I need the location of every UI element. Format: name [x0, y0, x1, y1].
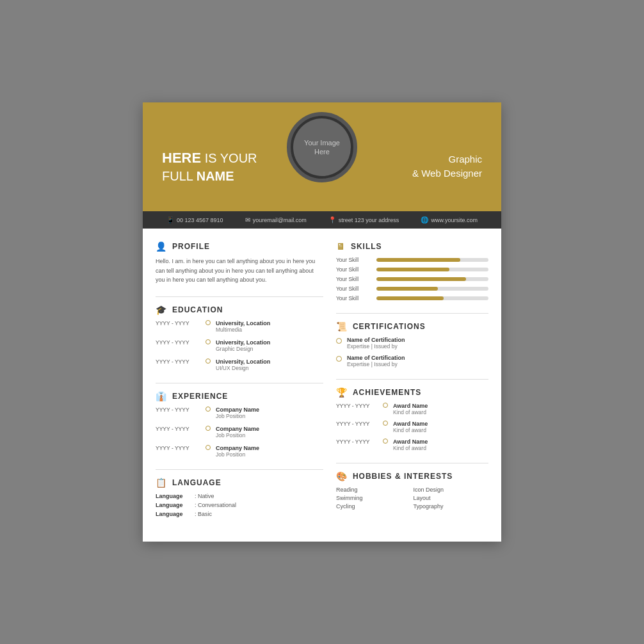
profile-section: 👤 PROFILE Hello. I am. in here you can t… — [156, 241, 323, 284]
address-text: street 123 your address — [339, 217, 399, 223]
divider — [156, 296, 323, 297]
lang-level: : Basic — [195, 511, 212, 517]
skill-bar-fill — [376, 296, 444, 300]
ach-dot — [383, 403, 388, 408]
achievement-item: YYYY - YYYY Award Name Kind of award — [336, 403, 488, 415]
hobby-item: Reading — [336, 487, 412, 493]
divider — [156, 469, 323, 470]
education-list: YYYY - YYYY University, Location Multime… — [156, 320, 323, 371]
achievements-section: 🏆 ACHIEVEMENTS YYYY - YYYY Award Name Ki… — [336, 387, 488, 451]
photo-outer-ring: Your Image Here — [287, 112, 357, 182]
skill-bar-bg — [376, 277, 488, 281]
photo-inner: Your Image Here — [293, 118, 351, 176]
skills-section: 🖥 SKILLS Your Skill Your Skill Your Skil… — [336, 241, 488, 302]
skill-bar-fill — [376, 268, 449, 271]
certifications-section: 📜 CERTIFICATIONS Name of Certification E… — [336, 321, 488, 367]
exp-content: Company Name Job Position — [216, 407, 259, 419]
language-list: Language : Native Language : Conversatio… — [156, 493, 323, 517]
ach-date: YYYY - YYYY — [336, 439, 378, 445]
profile-icon: 👤 — [156, 241, 167, 252]
name-full: FULL — [162, 169, 197, 183]
language-section: 📋 LANGUAGE Language : Native Language : … — [156, 478, 323, 517]
skills-section-title: 🖥 SKILLS — [336, 241, 488, 252]
experience-item: YYYY - YYYY Company Name Job Position — [156, 426, 323, 439]
language-section-title: 📋 LANGUAGE — [156, 478, 323, 488]
edu-dot — [205, 358, 211, 364]
exp-content: Company Name Job Position — [216, 445, 259, 458]
lang-name: Language — [156, 502, 191, 508]
experience-section-title: 👔 EXPERIENCE — [156, 391, 323, 401]
achievement-item: YYYY - YYYY Award Name Kind of award — [336, 421, 488, 433]
left-column: 👤 PROFILE Hello. I am. in here you can t… — [156, 241, 323, 528]
achievement-item: YYYY - YYYY Award Name Kind of award — [336, 439, 488, 451]
ach-content: Award Name Kind of award — [393, 439, 428, 451]
skill-bar-bg — [376, 296, 488, 300]
contact-phone: 📱 00 123 4567 8910 — [166, 216, 223, 223]
contact-website: 🌐 www.yoursite.com — [421, 216, 478, 223]
education-section-title: 🎓 EDUCATION — [156, 305, 323, 315]
education-item: YYYY - YYYY University, Location UI/UX D… — [156, 358, 323, 371]
skill-label: Your Skill — [336, 257, 371, 263]
cert-item: Name of Certification Expertise | Issued… — [336, 355, 488, 367]
hobbies-icon: 🎨 — [336, 471, 348, 481]
hobby-item: Cycling — [336, 503, 412, 510]
education-item: YYYY - YYYY University, Location Graphic… — [156, 339, 323, 352]
exp-date: YYYY - YYYY — [156, 426, 200, 432]
ach-dot — [383, 421, 388, 426]
experience-item: YYYY - YYYY Company Name Job Position — [156, 407, 323, 419]
skill-item: Your Skill — [336, 257, 488, 263]
skill-item: Your Skill — [336, 266, 488, 273]
education-section: 🎓 EDUCATION YYYY - YYYY University, Loca… — [156, 305, 323, 371]
skill-item: Your Skill — [336, 276, 488, 282]
skill-bar-bg — [376, 287, 488, 291]
education-item: YYYY - YYYY University, Location Multime… — [156, 320, 323, 333]
lang-level: : Native — [195, 493, 214, 499]
skill-label: Your Skill — [336, 276, 371, 282]
photo-container: Your Image Here — [287, 112, 357, 182]
name-rest: IS YOUR — [201, 151, 257, 165]
edu-date: YYYY - YYYY — [156, 320, 200, 326]
skill-label: Your Skill — [336, 295, 371, 302]
hobby-item: Typography — [413, 503, 488, 510]
education-icon: 🎓 — [156, 305, 167, 315]
cert-list: Name of Certification Expertise | Issued… — [336, 337, 488, 367]
edu-content: University, Location Graphic Design — [216, 339, 270, 352]
phone-icon: 📱 — [166, 216, 174, 223]
ach-date: YYYY - YYYY — [336, 403, 378, 409]
exp-dot — [205, 407, 211, 412]
skill-label: Your Skill — [336, 286, 371, 292]
email-icon: ✉ — [245, 216, 250, 223]
skill-bar-fill — [376, 277, 466, 281]
edu-content: University, Location Multimedia — [216, 320, 270, 333]
ach-section-title: 🏆 ACHIEVEMENTS — [336, 387, 488, 398]
exp-dot — [205, 426, 211, 431]
cert-section-title: 📜 CERTIFICATIONS — [336, 321, 488, 332]
hobby-item: Swimming — [336, 495, 412, 501]
skills-list: Your Skill Your Skill Your Skill Your Sk… — [336, 257, 488, 302]
exp-date: YYYY - YYYY — [156, 407, 200, 413]
ach-date: YYYY - YYYY — [336, 421, 378, 427]
job-title-line1: Graphic — [448, 154, 482, 165]
hobbies-section: 🎨 HOBBIES & INTERESTS ReadingIcon Design… — [336, 471, 488, 510]
header-left: HERE IS YOUR FULL NAME — [162, 149, 280, 184]
cert-content: Name of Certification Expertise | Issued… — [347, 337, 405, 350]
address-icon: 📍 — [328, 216, 336, 223]
contact-bar: 📱 00 123 4567 8910 ✉ youremail@mail.com … — [143, 211, 501, 229]
contact-email: ✉ youremail@mail.com — [245, 216, 307, 223]
name-name: NAME — [197, 169, 234, 183]
skill-bar-bg — [376, 268, 488, 271]
divider — [336, 463, 488, 463]
ach-list: YYYY - YYYY Award Name Kind of award YYY… — [336, 403, 488, 451]
edu-dot — [205, 320, 211, 325]
lang-level: : Conversational — [195, 502, 236, 508]
skill-bar-fill — [376, 258, 460, 262]
lang-name: Language — [156, 493, 191, 499]
ach-content: Award Name Kind of award — [393, 403, 428, 415]
divider — [156, 383, 323, 383]
experience-item: YYYY - YYYY Company Name Job Position — [156, 445, 323, 458]
hobby-item: Layout — [413, 495, 488, 501]
experience-list: YYYY - YYYY Company Name Job Position YY… — [156, 407, 323, 458]
profile-section-title: 👤 PROFILE — [156, 241, 323, 252]
ach-content: Award Name Kind of award — [393, 421, 428, 433]
job-title-line2: & Web Designer — [412, 168, 482, 179]
